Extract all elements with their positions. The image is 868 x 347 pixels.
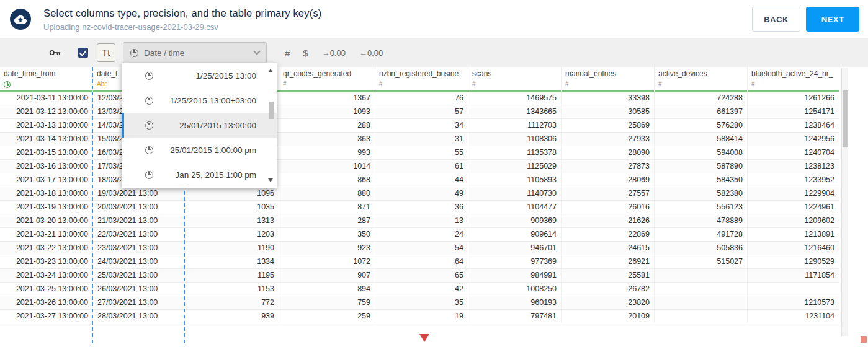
clock-icon: [145, 97, 153, 105]
format-option[interactable]: 25/01/2015 13:00:00: [122, 113, 277, 138]
dropdown-scrollbar-thumb[interactable]: [269, 102, 274, 119]
table-cell: 28090: [562, 146, 655, 159]
datetime-format-dropdown[interactable]: Date / time: [123, 42, 267, 63]
column-type-label: #: [472, 81, 476, 87]
upload-wizard: Select columns type, precision, and the …: [0, 0, 868, 347]
wizard-nav-buttons: BACK NEXT: [752, 7, 859, 32]
column-type-label: #: [565, 81, 569, 87]
table-cell: 287: [279, 214, 375, 227]
format-option[interactable]: 1/25/2015 13:00: [122, 63, 277, 88]
table-cell: 35: [375, 296, 468, 309]
dropdown-scroll-up-arrow[interactable]: [268, 69, 273, 72]
number-type-button[interactable]: #: [285, 48, 290, 58]
table-cell: 1135378: [468, 146, 562, 159]
table-vertical-scrollbar[interactable]: [841, 68, 848, 336]
table-cell: [655, 310, 748, 323]
table-cell: 22869: [562, 228, 655, 241]
format-option[interactable]: 1/25/2015 13:00+03:00: [122, 88, 277, 113]
table-cell: 1096: [185, 187, 279, 200]
column-header-date_time_from[interactable]: date_time_from: [0, 67, 93, 92]
dropdown-scroll-down-arrow[interactable]: [268, 178, 273, 182]
format-option-label: 1/25/2015 13:00+03:00: [122, 96, 256, 105]
back-button[interactable]: BACK: [752, 7, 800, 32]
column-header-scans[interactable]: scans#: [468, 67, 562, 92]
table-cell: 2021-03-16 13:00:00: [0, 160, 93, 173]
table-cell: 31: [375, 133, 468, 146]
table-cell: 2021-03-17 13:00:00: [0, 174, 93, 187]
table-cell: 960193: [468, 296, 562, 309]
table-cell: 42: [375, 283, 468, 296]
format-option[interactable]: Jan 25, 2015 1:00 pm: [122, 162, 277, 187]
table-cell: 1104477: [468, 201, 562, 214]
next-button[interactable]: NEXT: [806, 7, 859, 32]
clock-icon: [145, 121, 153, 130]
table-cell: 259: [279, 310, 375, 323]
clock-icon: [130, 49, 138, 57]
table-cell: 2021-03-18 13:00:00: [0, 187, 93, 200]
key-glyph: [49, 48, 61, 57]
currency-type-button[interactable]: $: [303, 48, 308, 58]
table-cell: 65: [375, 269, 468, 282]
table-cell: 1209602: [748, 214, 839, 227]
table-cell: 880: [279, 187, 375, 200]
table-cell: [748, 283, 839, 296]
datetime-format-options-panel: 1/25/2015 13:001/25/2015 13:00+03:0025/0…: [122, 63, 277, 188]
table-cell: 871: [279, 201, 375, 214]
column-header-qr_codes_generated[interactable]: qr_codes_generated#: [279, 67, 375, 92]
include-column-checkbox[interactable]: [78, 48, 88, 58]
decrease-decimals-button[interactable]: ←0.00: [359, 48, 383, 58]
column-header-nzbn_registered_busine[interactable]: nzbn_registered_busine#: [375, 67, 468, 92]
table-row: 2021-03-19 13:00:0020/03/2021 13:0010358…: [0, 201, 839, 214]
primary-key-icon[interactable]: [49, 48, 61, 57]
table-cell: 584350: [655, 174, 748, 187]
table-cell: 1105893: [468, 174, 562, 187]
table-cell: 363: [279, 133, 375, 146]
table-cell: 1367: [279, 92, 375, 105]
column-header-manual_entries[interactable]: manual_entries#: [562, 67, 655, 92]
table-cell: 772: [185, 296, 279, 309]
table-cell: 1014: [279, 160, 375, 173]
format-option-label: 1/25/2015 13:00: [122, 71, 256, 81]
table-cell: 1290529: [748, 255, 839, 268]
column-header-active_devices[interactable]: active_devices#: [655, 67, 748, 92]
table-cell: 28069: [562, 174, 655, 187]
table-cell: 1261266: [748, 92, 839, 105]
table-cell: 1254171: [748, 105, 839, 118]
table-scrollbar-thumb[interactable]: [843, 90, 848, 147]
column-header-bluetooth_active_24_hr_[interactable]: bluetooth_active_24_hr_#: [748, 67, 839, 92]
table-cell: 350: [279, 228, 375, 241]
cloud-upload-glyph: [14, 14, 27, 25]
table-cell: 36: [375, 201, 468, 214]
table-cell: 57: [375, 105, 468, 118]
overflow-marker-icon: [419, 334, 429, 342]
table-cell: 588414: [655, 133, 748, 146]
header-bar: Select columns type, precision, and the …: [0, 0, 868, 38]
column-quality-bar: [0, 90, 92, 92]
table-cell: 1229904: [748, 187, 839, 200]
table-cell: 661397: [655, 105, 748, 118]
table-cell: 909369: [468, 214, 562, 227]
table-cell: 25581: [562, 269, 655, 282]
corner-marker: [861, 336, 867, 343]
text-type-button[interactable]: Tt: [97, 43, 115, 62]
table-cell: 868: [279, 174, 375, 187]
table-cell: 2021-03-23 13:00:00: [0, 255, 93, 268]
table-row: 2021-03-26 13:00:0027/03/2021 13:0077275…: [0, 296, 839, 310]
column-quality-bar: [375, 90, 468, 92]
table-cell: 55: [375, 146, 468, 159]
format-option[interactable]: 25/01/2015 1:00:00 pm: [122, 138, 277, 162]
column-type-label: #: [751, 81, 755, 87]
table-cell: 2021-03-22 13:00:00: [0, 242, 93, 255]
format-option-list: 1/25/2015 13:001/25/2015 13:00+03:0025/0…: [122, 63, 277, 187]
table-cell: 576280: [655, 119, 748, 132]
table-cell: 1210573: [748, 296, 839, 309]
column-type-label: #: [379, 81, 383, 87]
table-cell: 797481: [468, 310, 562, 323]
table-cell: 1112703: [468, 119, 562, 132]
table-cell: 939: [185, 310, 279, 323]
increase-decimals-button[interactable]: →0.00: [322, 48, 346, 58]
table-cell: 2021-03-25 13:00:00: [0, 283, 93, 296]
table-row: 2021-03-22 13:00:0023/03/2021 13:0011909…: [0, 242, 839, 255]
table-cell: 1231104: [748, 310, 839, 323]
table-row: 2021-03-27 13:00:0028/03/2021 13:0093925…: [0, 310, 839, 323]
